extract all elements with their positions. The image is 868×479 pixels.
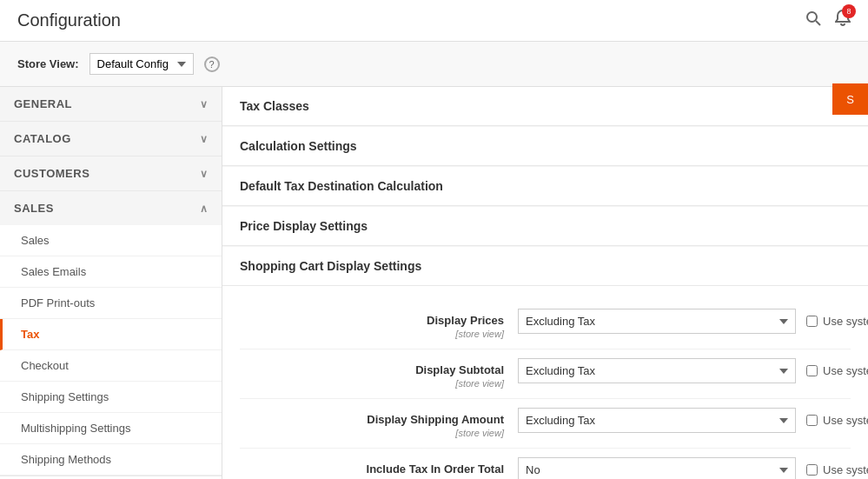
save-button[interactable]: S xyxy=(832,83,868,115)
display-subtotal-label: Display Subtotal xyxy=(240,363,504,376)
calculation-settings-header[interactable]: Calculation Settings xyxy=(222,127,868,166)
field-row-include-tax-order-total: Include Tax In Order Total [store view] … xyxy=(240,449,851,479)
sidebar-item-sales-emails[interactable]: Sales Emails xyxy=(0,256,222,288)
display-shipping-amount-use-system[interactable]: Use system value xyxy=(806,414,868,427)
chevron-up-icon: ∧ xyxy=(200,203,209,215)
svg-point-0 xyxy=(807,12,817,22)
sidebar-section-header-sales[interactable]: SALES ∧ xyxy=(0,191,222,225)
price-display-header[interactable]: Price Display Settings xyxy=(222,207,868,246)
store-view-select[interactable]: Default Config xyxy=(89,53,194,75)
config-section-calculation-settings: Calculation Settings xyxy=(222,127,868,166)
sidebar-section-catalog: CATALOG ∨ xyxy=(0,122,222,156)
main-content: Tax Classes Calculation Settings Default… xyxy=(222,87,868,479)
sidebar-item-tax[interactable]: Tax xyxy=(0,319,222,350)
sidebar-item-pdf-print-outs[interactable]: PDF Print-outs xyxy=(0,288,222,319)
display-prices-label: Display Prices xyxy=(240,314,504,327)
include-tax-order-total-select[interactable]: No Yes xyxy=(518,457,796,479)
store-view-label: Store View: xyxy=(17,57,79,70)
display-shipping-amount-label: Display Shipping Amount xyxy=(240,413,504,426)
svg-line-1 xyxy=(816,21,820,25)
config-section-default-tax-destination: Default Tax Destination Calculation xyxy=(222,167,868,206)
search-button[interactable] xyxy=(805,10,821,30)
display-subtotal-use-system[interactable]: Use system value xyxy=(806,364,868,377)
shopping-cart-display-body: Display Prices [store view] Excluding Ta… xyxy=(222,286,868,479)
default-tax-destination-header[interactable]: Default Tax Destination Calculation xyxy=(222,167,868,206)
sidebar-item-sales[interactable]: Sales xyxy=(0,225,222,256)
config-section-shopping-cart-display: Shopping Cart Display Settings Display P… xyxy=(222,247,868,479)
tax-classes-header[interactable]: Tax Classes xyxy=(222,87,868,126)
sidebar-section-customers: CUSTOMERS ∨ xyxy=(0,156,222,191)
top-header: Configuration 8 xyxy=(0,0,868,42)
display-shipping-amount-scope: [store view] xyxy=(455,428,504,438)
header-icons: 8 xyxy=(805,10,851,31)
chevron-down-icon: ∨ xyxy=(200,168,209,180)
sidebar: GENERAL ∨ CATALOG ∨ CUSTOMERS ∨ SALES ∧ xyxy=(0,87,222,479)
sidebar-section-header-customers[interactable]: CUSTOMERS ∨ xyxy=(0,156,222,190)
display-subtotal-scope: [store view] xyxy=(455,378,504,389)
help-icon[interactable]: ? xyxy=(204,57,220,72)
sidebar-section-header-general[interactable]: GENERAL ∨ xyxy=(0,87,222,121)
config-section-price-display: Price Display Settings xyxy=(222,207,868,246)
display-prices-scope: [store view] xyxy=(455,329,504,339)
config-section-tax-classes: Tax Classes xyxy=(222,87,868,126)
display-subtotal-checkbox[interactable] xyxy=(806,365,818,376)
sidebar-items-sales: Sales Sales Emails PDF Print-outs Tax Ch… xyxy=(0,225,222,476)
include-tax-order-total-checkbox[interactable] xyxy=(806,464,818,476)
sidebar-item-shipping-settings[interactable]: Shipping Settings xyxy=(0,382,222,413)
display-prices-use-system[interactable]: Use system value xyxy=(806,315,868,328)
display-shipping-amount-checkbox[interactable] xyxy=(806,415,818,426)
layout: GENERAL ∨ CATALOG ∨ CUSTOMERS ∨ SALES ∧ xyxy=(0,87,868,479)
display-shipping-amount-select[interactable]: Excluding Tax Including Tax Including an… xyxy=(518,408,796,433)
chevron-down-icon: ∨ xyxy=(200,133,209,145)
sidebar-section-general: GENERAL ∨ xyxy=(0,87,222,122)
notification-button[interactable]: 8 xyxy=(835,10,851,31)
shopping-cart-display-header[interactable]: Shopping Cart Display Settings xyxy=(222,247,868,286)
field-row-display-subtotal: Display Subtotal [store view] Excluding … xyxy=(240,349,851,399)
sidebar-item-shipping-methods[interactable]: Shipping Methods xyxy=(0,444,222,476)
display-prices-checkbox[interactable] xyxy=(806,316,818,327)
sidebar-section-sales: SALES ∧ Sales Sales Emails PDF Print-out… xyxy=(0,191,222,476)
sidebar-item-checkout[interactable]: Checkout xyxy=(0,350,222,382)
store-view-bar: Store View: Default Config ? S xyxy=(0,42,868,87)
notification-badge: 8 xyxy=(842,4,856,18)
field-row-display-shipping-amount: Display Shipping Amount [store view] Exc… xyxy=(240,399,851,449)
chevron-down-icon: ∨ xyxy=(200,98,209,110)
include-tax-order-total-label: Include Tax In Order Total xyxy=(240,462,504,476)
display-prices-select[interactable]: Excluding Tax Including Tax Including an… xyxy=(518,309,796,334)
include-tax-order-total-use-system[interactable]: Use system value xyxy=(806,463,868,476)
display-subtotal-select[interactable]: Excluding Tax Including Tax Including an… xyxy=(518,358,796,383)
page-title: Configuration xyxy=(17,10,121,30)
sidebar-section-header-catalog[interactable]: CATALOG ∨ xyxy=(0,122,222,156)
sidebar-item-multishipping-settings[interactable]: Multishipping Settings xyxy=(0,413,222,444)
field-row-display-prices: Display Prices [store view] Excluding Ta… xyxy=(240,300,851,349)
